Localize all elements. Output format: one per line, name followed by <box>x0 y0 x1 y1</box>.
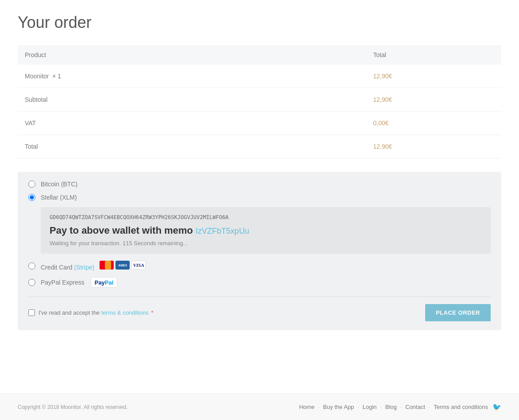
stellar-payment-option[interactable]: Stellar (XLM) <box>28 194 491 201</box>
product-qty: × 1 <box>52 73 61 80</box>
paypal-payment-option[interactable]: PayPal Express PayPal <box>28 277 491 288</box>
footer-dot-2: · <box>358 404 359 410</box>
terms-check-area: I've read and accept the terms & conditi… <box>28 309 154 316</box>
bitcoin-payment-option[interactable]: Bitcoin (BTC) <box>28 181 491 188</box>
stellar-memo: IzVZFbT5xpUu <box>196 227 249 235</box>
footer-contact-link[interactable]: Contact <box>405 404 425 410</box>
copyright-text: Copyright © 2018 Moonitor. All rights re… <box>18 404 127 410</box>
total-value: 12,90€ <box>346 135 501 158</box>
footer-buy-link[interactable]: Buy the App <box>323 404 354 410</box>
total-column-header: Total <box>346 45 501 65</box>
stripe-label: (Stripe) <box>74 264 94 271</box>
footer-dot-1: · <box>318 404 319 410</box>
page-footer: Copyright © 2018 Moonitor. All rights re… <box>0 393 519 420</box>
total-label: Total <box>18 135 346 158</box>
total-row: Total 12,90€ <box>18 135 501 158</box>
footer-nav: Home · Buy the App · Login · Blog · Cont… <box>299 403 501 411</box>
credit-card-payment-option[interactable]: Credit Card (Stripe) AMEX VISA <box>28 261 491 271</box>
stellar-payment-box: GD6QD74QWTZOA7SVFCW4EBCQOXH64ZRW3YPH26SK… <box>41 207 491 254</box>
vat-row: VAT 0,00€ <box>18 112 501 135</box>
subtotal-label: Subtotal <box>18 88 346 112</box>
subtotal-value: 12,90€ <box>346 88 501 112</box>
footer-dot-4: · <box>400 404 402 410</box>
page-title: Your order <box>18 13 501 32</box>
credit-card-radio[interactable] <box>28 262 35 270</box>
vat-value: 0,00€ <box>346 112 501 135</box>
terms-label[interactable]: I've read and accept the terms & conditi… <box>38 309 154 316</box>
card-icons: AMEX VISA <box>100 261 146 270</box>
footer-dot-5: · <box>429 404 430 410</box>
visa-icon: VISA <box>131 261 146 270</box>
product-name-cell: Moonitor × 1 <box>18 65 346 88</box>
mastercard-icon <box>100 261 114 270</box>
bitcoin-label[interactable]: Bitcoin (BTC) <box>41 181 77 188</box>
footer-blog-link[interactable]: Blog <box>385 404 397 410</box>
footer-home-link[interactable]: Home <box>299 404 315 410</box>
main-content: Your order Product Total Moonitor × 1 12… <box>0 0 519 393</box>
credit-card-label[interactable]: Credit Card (Stripe) AMEX VISA <box>41 261 146 271</box>
required-marker: * <box>151 309 154 316</box>
terms-checkbox[interactable] <box>28 309 35 316</box>
stellar-waiting-text: Waiting for your transaction. 115 Second… <box>50 240 482 247</box>
bitcoin-radio[interactable] <box>28 181 35 188</box>
stellar-payment-title: Pay to above wallet with memo IzVZFbT5xp… <box>50 225 482 236</box>
paypal-radio[interactable] <box>28 279 35 286</box>
subtotal-row: Subtotal 12,90€ <box>18 88 501 112</box>
paypal-logo-text: PayPal <box>95 279 114 286</box>
stellar-label[interactable]: Stellar (XLM) <box>41 194 77 201</box>
terms-link[interactable]: terms & conditions <box>101 309 149 316</box>
payment-section: Bitcoin (BTC) Stellar (XLM) GD6QD74QWTZO… <box>18 172 501 330</box>
amex-icon: AMEX <box>115 261 130 270</box>
product-name: Moonitor <box>25 73 49 80</box>
stellar-address: GD6QD74QWTZOA7SVFCW4EBCQOXH64ZRW3YPH26SK… <box>50 214 482 220</box>
vat-label: VAT <box>18 112 346 135</box>
footer-dot-3: · <box>380 404 381 410</box>
footer-terms-link[interactable]: Terms and conditions <box>434 404 488 410</box>
stellar-radio[interactable] <box>28 194 35 201</box>
twitter-icon[interactable]: 🐦 <box>492 403 501 411</box>
order-table: Product Total Moonitor × 1 12,90€ Subtot… <box>18 45 501 158</box>
product-amount: 12,90€ <box>346 65 501 88</box>
footer-login-link[interactable]: Login <box>362 404 377 410</box>
order-footer: I've read and accept the terms & conditi… <box>28 297 491 321</box>
product-column-header: Product <box>18 45 346 65</box>
place-order-button[interactable]: PLACE ORDER <box>425 304 491 321</box>
table-row: Moonitor × 1 12,90€ <box>18 65 501 88</box>
paypal-badge: PayPal <box>91 277 118 288</box>
paypal-label[interactable]: PayPal Express PayPal <box>41 277 117 288</box>
